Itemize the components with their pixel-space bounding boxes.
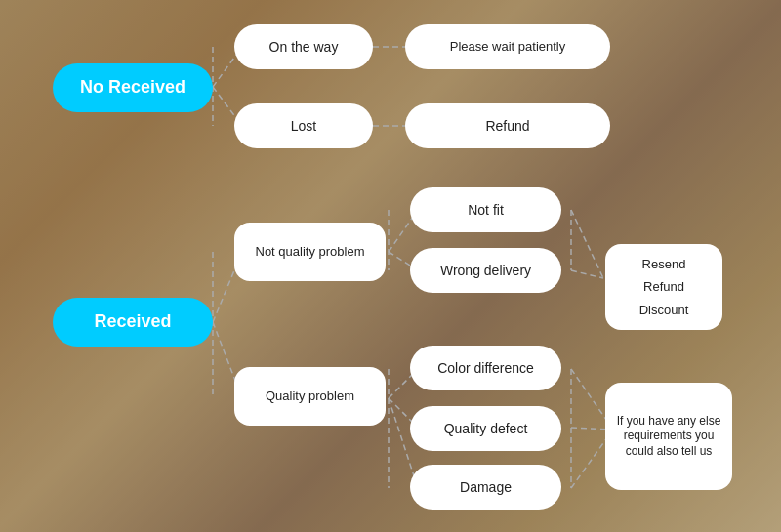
- damage-node: Damage: [410, 465, 561, 510]
- wrong-delivery-node: Wrong delivery: [410, 248, 561, 293]
- on-the-way-node: On the way: [234, 24, 373, 69]
- svg-line-11: [571, 210, 603, 278]
- please-wait-node: Please wait patiently: [405, 24, 610, 69]
- received-node: Received: [53, 298, 213, 347]
- no-received-node: No Received: [53, 63, 213, 112]
- diagram: No Received On the way Please wait patie…: [0, 0, 781, 532]
- svg-line-12: [571, 270, 603, 278]
- refund-top-node: Refund: [405, 103, 610, 148]
- resend-refund-discount-node: Resend Refund Discount: [605, 244, 722, 330]
- lost-node: Lost: [234, 103, 373, 148]
- quality-defect-node: Quality defect: [410, 406, 561, 451]
- quality-problem-node: Quality problem: [234, 367, 386, 426]
- if-you-have-node: If you have any else requirements you co…: [605, 383, 732, 490]
- not-fit-node: Not fit: [410, 187, 561, 232]
- color-difference-node: Color difference: [410, 346, 561, 390]
- not-quality-problem-node: Not quality problem: [234, 223, 386, 281]
